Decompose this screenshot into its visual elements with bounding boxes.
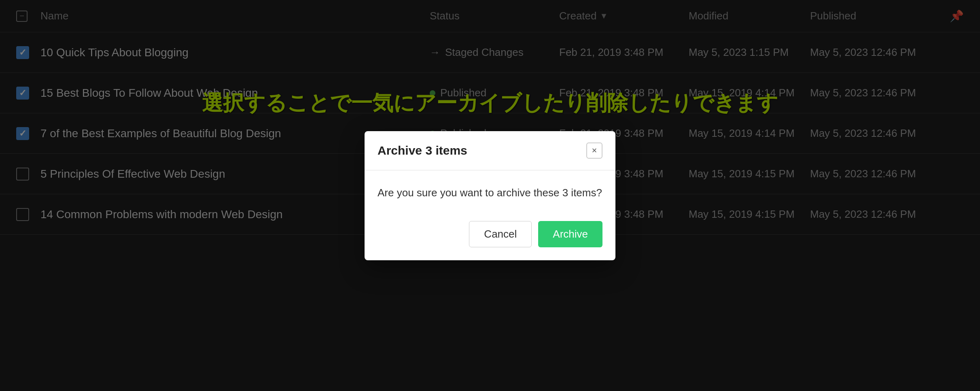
- archive-button[interactable]: Archive: [538, 221, 602, 247]
- modal-overlay: Archive 3 items × Are you sure you want …: [0, 0, 980, 391]
- cancel-button[interactable]: Cancel: [469, 221, 532, 247]
- modal-header: Archive 3 items ×: [365, 131, 615, 170]
- modal-message: Are you sure you want to archive these 3…: [378, 185, 602, 201]
- modal-title: Archive 3 items: [378, 144, 467, 157]
- modal-footer: Cancel Archive: [365, 221, 615, 260]
- archive-modal: Archive 3 items × Are you sure you want …: [365, 131, 615, 260]
- modal-close-button[interactable]: ×: [586, 142, 602, 159]
- modal-body: Are you sure you want to archive these 3…: [365, 170, 615, 221]
